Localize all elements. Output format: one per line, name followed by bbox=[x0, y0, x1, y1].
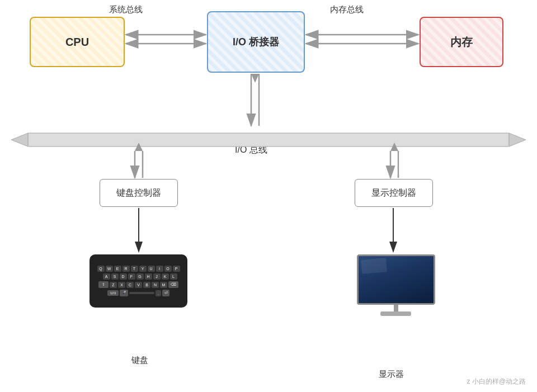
svg-marker-11 bbox=[251, 74, 259, 83]
memory-box: 内存 bbox=[420, 17, 503, 67]
svg-marker-17 bbox=[135, 143, 143, 151]
svg-marker-13 bbox=[11, 133, 28, 147]
display-ctrl-box: 显示控制器 bbox=[355, 179, 433, 207]
display-label: 显示器 bbox=[355, 369, 427, 380]
io-bridge-label: I/O 桥接器 bbox=[233, 35, 279, 49]
svg-marker-20 bbox=[390, 143, 398, 151]
keyboard-ctrl-label: 键盘控制器 bbox=[116, 187, 161, 199]
watermark: z 小白的样@动之路 bbox=[467, 377, 526, 386]
monitor-icon bbox=[352, 254, 439, 316]
cpu-box: CPU bbox=[30, 17, 125, 67]
keyboard-label: 键盘 bbox=[103, 355, 176, 366]
display-ctrl-label: 显示控制器 bbox=[371, 187, 416, 199]
keyboard-ctrl-box: 键盘控制器 bbox=[100, 179, 178, 207]
keyboard-icon: Q W E R T Y U I O P A S D F G H J K L ⇧ … bbox=[90, 254, 187, 308]
diagram: CPU I/O 桥接器 内存 系统总线 内存总线 I/O 总线 键盘控制器 显示… bbox=[0, 0, 537, 392]
svg-rect-12 bbox=[28, 133, 509, 147]
memory-label: 内存 bbox=[450, 35, 473, 50]
cpu-label: CPU bbox=[65, 36, 89, 49]
system-bus-label: 系统总线 bbox=[109, 4, 143, 15]
memory-bus-label: 内存总线 bbox=[330, 4, 364, 15]
svg-marker-14 bbox=[509, 133, 526, 147]
io-bus-label: I/O 总线 bbox=[235, 144, 267, 156]
io-bridge-box: I/O 桥接器 bbox=[207, 11, 305, 73]
